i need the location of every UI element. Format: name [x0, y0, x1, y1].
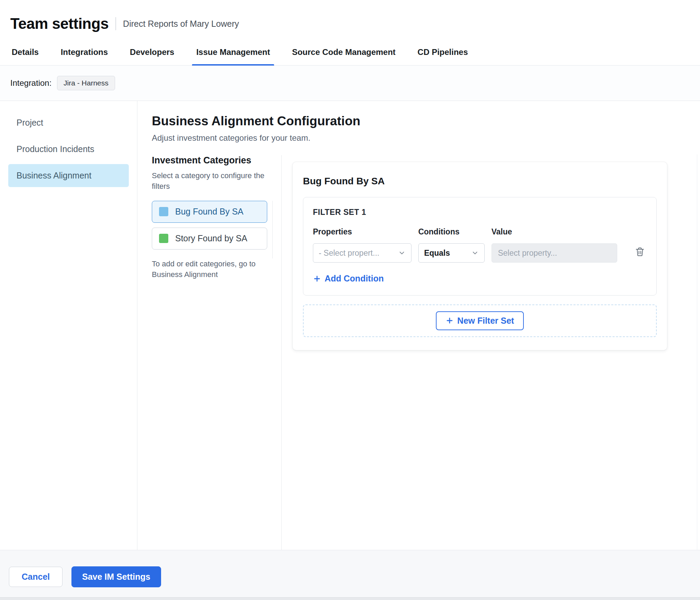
condition-select-value: Equals: [424, 249, 450, 258]
properties-column: Properties - Select propert...: [313, 227, 411, 263]
integration-chip[interactable]: Jira - Harness: [57, 76, 115, 90]
conditions-column: Conditions Equals: [418, 227, 485, 263]
category-config-card: Bug Found By SA FILTER SET 1 Properties …: [293, 162, 667, 350]
sidebar-item-project[interactable]: Project: [8, 111, 129, 134]
filter-set-1: FILTER SET 1 Properties - Select propert…: [303, 197, 657, 296]
team-settings-page: Team settings Direct Reports of Mary Low…: [0, 0, 700, 600]
integration-label: Integration:: [10, 78, 52, 88]
settings-side-nav: Project Production Incidents Business Al…: [0, 101, 137, 550]
plus-icon: [445, 316, 454, 325]
footer-action-bar: Cancel Save IM Settings: [0, 550, 700, 600]
tab-details[interactable]: Details: [11, 41, 39, 65]
add-condition-label: Add Condition: [325, 274, 384, 284]
tab-developers[interactable]: Developers: [129, 41, 175, 65]
section-title: Business Alignment Configuration: [152, 114, 700, 128]
save-im-settings-button[interactable]: Save IM Settings: [71, 566, 161, 587]
category-label: Bug Found By SA: [175, 207, 244, 217]
property-select-value: - Select propert...: [319, 249, 379, 258]
value-column: Value: [492, 227, 617, 263]
page-subtitle: Direct Reports of Mary Lowery: [123, 19, 239, 29]
content-area: Project Production Incidents Business Al…: [0, 101, 700, 550]
category-item-story-found-by-sa[interactable]: Story Found by SA: [152, 228, 267, 250]
config-row: Investment Categories Select a category …: [152, 155, 670, 550]
title-divider: [115, 17, 116, 30]
category-list: Bug Found By SA Story Found by SA: [152, 201, 267, 250]
value-header: Value: [492, 227, 617, 236]
filter-set-title: FILTER SET 1: [313, 208, 647, 217]
chevron-down-icon: [471, 249, 479, 257]
conditions-header: Conditions: [418, 227, 485, 236]
integration-row: Integration: Jira - Harness: [0, 66, 700, 101]
sidebar-item-business-alignment[interactable]: Business Alignment: [8, 164, 129, 187]
new-filter-set-dropzone: New Filter Set: [303, 304, 657, 337]
sidebar-item-production-incidents[interactable]: Production Incidents: [8, 138, 129, 161]
cancel-button[interactable]: Cancel: [9, 567, 63, 587]
investment-categories-column: Investment Categories Select a category …: [152, 155, 282, 550]
investment-categories-hint: Select a category to configure the filte…: [152, 171, 269, 192]
config-card-title: Bug Found By SA: [303, 176, 657, 187]
trash-icon: [634, 246, 645, 257]
category-color-swatch: [159, 234, 168, 243]
category-item-bug-found-by-sa[interactable]: Bug Found By SA: [152, 201, 267, 223]
tab-integrations[interactable]: Integrations: [60, 41, 109, 65]
condition-select[interactable]: Equals: [418, 243, 485, 263]
tab-source-code-management[interactable]: Source Code Management: [291, 41, 396, 65]
value-input[interactable]: [492, 243, 617, 263]
new-filter-set-button[interactable]: New Filter Set: [436, 311, 523, 330]
tab-issue-management[interactable]: Issue Management: [195, 41, 271, 65]
tab-bar: Details Integrations Developers Issue Ma…: [0, 41, 700, 66]
new-filter-set-label: New Filter Set: [457, 316, 514, 326]
properties-header: Properties: [313, 227, 411, 236]
category-color-swatch: [159, 207, 168, 216]
page-header: Team settings Direct Reports of Mary Low…: [0, 0, 700, 32]
filter-config-column: Bug Found By SA FILTER SET 1 Properties …: [282, 155, 670, 550]
page-title: Team settings: [10, 15, 109, 32]
category-label: Story Found by SA: [175, 233, 247, 243]
categories-footnote: To add or edit categories, go to Busines…: [152, 258, 265, 280]
investment-categories-title: Investment Categories: [152, 155, 268, 166]
property-select[interactable]: - Select propert...: [313, 243, 411, 263]
add-condition-button[interactable]: Add Condition: [313, 274, 384, 284]
main-panel: Business Alignment Configuration Adjust …: [137, 101, 700, 550]
tab-cd-pipelines[interactable]: CD Pipelines: [417, 41, 469, 65]
delete-condition-button[interactable]: [633, 245, 647, 258]
section-subtitle: Adjust investment categories for your te…: [152, 133, 700, 143]
plus-icon: [313, 275, 321, 283]
chevron-down-icon: [398, 249, 406, 257]
filter-condition-row: Properties - Select propert...: [313, 227, 647, 263]
